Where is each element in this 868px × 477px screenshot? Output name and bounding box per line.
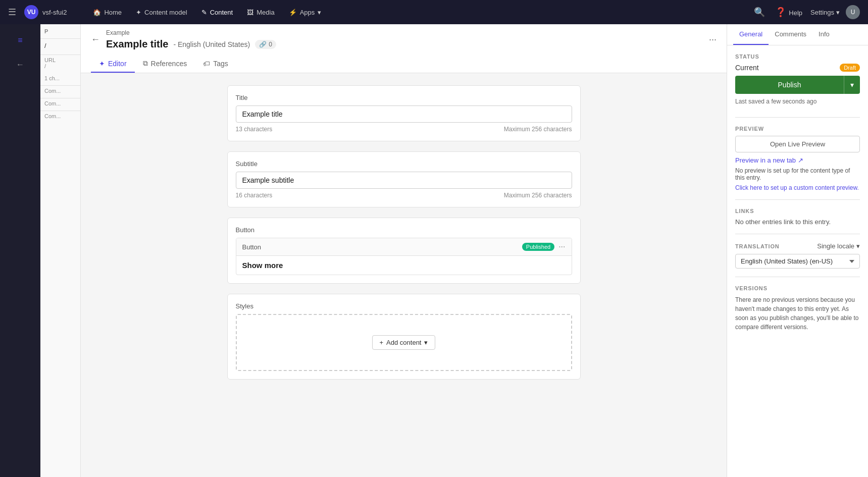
content-icon: ✎	[201, 9, 207, 16]
nav-content-model[interactable]: ✦ Content model	[130, 6, 193, 19]
content-model-icon: ✦	[136, 9, 141, 16]
button-entry-more[interactable]: ···	[558, 242, 565, 251]
title-input[interactable]	[236, 105, 572, 123]
secondary-sidebar-meta: URL/1 ch...	[40, 55, 80, 83]
status-section-label: STATUS	[735, 54, 860, 60]
button-entry[interactable]: Button Published ··· Show more	[236, 238, 572, 275]
draft-badge: Draft	[840, 64, 860, 72]
sidebar-back-icon[interactable]: ←	[10, 55, 30, 75]
add-content-arrow-icon: ▾	[424, 339, 428, 346]
secondary-sidebar-comp: Com...	[40, 85, 80, 96]
secondary-sidebar-entry[interactable]: /	[40, 39, 80, 52]
translation-section: TRANSLATION Single locale ▾ English (Uni…	[735, 242, 860, 269]
nav-links: 🏠 Home ✦ Content model ✎ Content 🖼 Media…	[87, 6, 327, 19]
versions-section: VERSIONS There are no previous versions …	[735, 285, 860, 332]
open-preview-button[interactable]: Open Live Preview	[735, 136, 860, 152]
preview-new-tab-link[interactable]: Preview in a new tab ↗	[735, 156, 860, 164]
media-icon: 🖼	[247, 9, 253, 16]
nav-apps[interactable]: ⚡ Apps ▾	[283, 6, 328, 19]
publish-button[interactable]: Publish	[735, 76, 844, 94]
divider-4	[735, 277, 860, 277]
preview-setup-link[interactable]: Click here to set up a custom content pr…	[735, 184, 859, 191]
add-content-button[interactable]: + Add content ▾	[372, 335, 436, 350]
title-field-label: Title	[236, 94, 572, 101]
entry-title: Example title	[106, 38, 168, 50]
publish-arrow-button[interactable]: ▾	[844, 76, 860, 94]
divider-2	[735, 199, 860, 200]
links-note: No other entries link to this entry.	[735, 218, 860, 226]
translation-arrow-icon: ▾	[856, 242, 860, 250]
links-section: LINKS No other entries link to this entr…	[735, 208, 860, 226]
published-badge: Published	[522, 243, 554, 251]
avatar[interactable]: U	[846, 5, 860, 19]
versions-note: There are no previous versions because y…	[735, 295, 860, 332]
breadcrumb: Example	[106, 29, 276, 36]
logo-area: VU vsf-sfui2	[24, 5, 67, 19]
translation-section-label: TRANSLATION	[735, 243, 780, 249]
tags-tab-icon: 🏷	[203, 60, 210, 68]
settings-button[interactable]: Settings ▾	[810, 9, 840, 16]
back-button[interactable]: ←	[91, 34, 100, 45]
last-saved-text: Last saved a few seconds ago	[735, 98, 860, 105]
right-tab-general[interactable]: General	[733, 24, 769, 45]
versions-section-label: VERSIONS	[735, 285, 860, 291]
subtitle-field-label: Subtitle	[236, 160, 572, 168]
preview-section: PREVIEW Open Live Preview Preview in a n…	[735, 126, 860, 191]
divider-3	[735, 234, 860, 234]
button-field: Button Button Published ··· Show more	[227, 218, 581, 284]
apps-icon: ⚡	[289, 9, 297, 16]
subtitle-max-chars: Maximum 256 characters	[504, 192, 572, 199]
nav-right: 🔍 ❓ Help Settings ▾ U	[752, 5, 860, 20]
nav-content[interactable]: ✎ Content	[195, 6, 239, 19]
subtitle-char-count: 16 characters	[236, 192, 273, 199]
top-navigation: ☰ VU vsf-sfui2 🏠 Home ✦ Content model ✎ …	[0, 0, 868, 24]
locale-select[interactable]: English (United States) (en-US)	[735, 254, 860, 269]
apps-arrow-icon: ▾	[318, 9, 321, 16]
left-sidebar: ≡ ←	[0, 24, 40, 477]
search-button[interactable]: 🔍	[752, 5, 767, 20]
button-entry-name: Button	[242, 243, 518, 251]
content-area: ← Example Example title - English (Unite…	[81, 24, 727, 477]
secondary-sidebar-comp3: Com...	[40, 111, 80, 121]
editor-tabs: ✦ Editor ⧉ References 🏷 Tags	[91, 55, 717, 73]
preview-section-label: PREVIEW	[735, 126, 860, 132]
title-char-count: 13 characters	[236, 126, 273, 133]
title-field: Title 13 characters Maximum 256 characte…	[227, 85, 581, 141]
status-section: STATUS Current Draft Publish ▾ Last save…	[735, 54, 860, 109]
subtitle-field: Subtitle 16 characters Maximum 256 chara…	[227, 151, 581, 207]
right-tab-comments[interactable]: Comments	[769, 24, 812, 45]
entry-header: ← Example Example title - English (Unite…	[81, 24, 727, 73]
subtitle-input[interactable]	[236, 172, 572, 189]
right-panel-content: STATUS Current Draft Publish ▾ Last save…	[727, 45, 868, 340]
preview-note: No preview is set up for the content typ…	[735, 167, 860, 181]
external-link-icon: ↗	[798, 156, 803, 164]
help-button[interactable]: ❓ Help	[773, 5, 804, 20]
divider-1	[735, 117, 860, 118]
settings-arrow-icon: ▾	[836, 9, 840, 16]
link-icon: 🔗	[259, 41, 267, 48]
title-max-chars: Maximum 256 characters	[504, 126, 572, 133]
sidebar-entries-icon[interactable]: ≡	[10, 30, 30, 50]
entry-more-button[interactable]: ···	[709, 34, 717, 45]
right-panel: General Comments Info STATUS Current Dra…	[727, 24, 868, 477]
translation-mode-dropdown[interactable]: Single locale ▾	[817, 242, 860, 250]
right-tab-info[interactable]: Info	[812, 24, 836, 45]
links-section-label: LINKS	[735, 208, 860, 214]
hamburger-icon[interactable]: ☰	[8, 7, 16, 18]
entry-ref-badge[interactable]: 🔗 0	[255, 40, 276, 49]
styles-field: Styles + Add content ▾	[227, 294, 581, 380]
editor-tab-icon: ✦	[99, 60, 105, 68]
nav-media[interactable]: 🖼 Media	[241, 6, 280, 19]
styles-field-label: Styles	[236, 302, 572, 310]
nav-home[interactable]: 🏠 Home	[87, 6, 128, 19]
tab-editor[interactable]: ✦ Editor	[91, 55, 135, 73]
button-field-label: Button	[236, 226, 572, 234]
right-panel-tabs: General Comments Info	[727, 24, 868, 45]
tab-references[interactable]: ⧉ References	[135, 55, 195, 73]
current-label: Current	[735, 64, 759, 72]
tab-tags[interactable]: 🏷 Tags	[195, 55, 236, 73]
styles-drop-zone: + Add content ▾	[236, 314, 572, 371]
publish-button-group: Publish ▾	[735, 76, 860, 94]
secondary-sidebar-comp2: Com...	[40, 98, 80, 109]
add-icon: +	[380, 339, 384, 346]
